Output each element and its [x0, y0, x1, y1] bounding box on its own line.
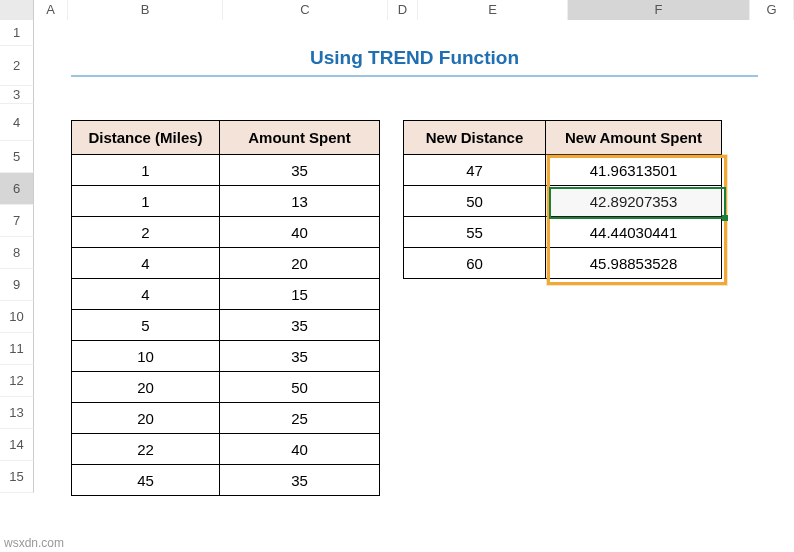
- grid-content[interactable]: Using TREND Function Distance (Miles) Am…: [34, 20, 794, 552]
- cell[interactable]: 2: [72, 217, 220, 248]
- select-all-corner[interactable]: [0, 0, 34, 20]
- cell[interactable]: 42.89207353: [546, 186, 722, 217]
- cell[interactable]: 25: [220, 403, 380, 434]
- table-distance-amount: Distance (Miles) Amount Spent 135 113 24…: [71, 120, 380, 496]
- cell[interactable]: 35: [220, 341, 380, 372]
- table-new-distance-amount: New Distance New Amount Spent 4741.96313…: [403, 120, 722, 279]
- title-underline: [71, 75, 758, 77]
- th-new-distance[interactable]: New Distance: [404, 121, 546, 155]
- cell[interactable]: 60: [404, 248, 546, 279]
- cell[interactable]: 20: [72, 372, 220, 403]
- table-row: 5544.44030441: [404, 217, 722, 248]
- cell[interactable]: 22: [72, 434, 220, 465]
- table-row: 2050: [72, 372, 380, 403]
- row-header-8[interactable]: 8: [0, 237, 34, 269]
- table-row: 2240: [72, 434, 380, 465]
- title-block: Using TREND Function: [71, 47, 758, 77]
- table-header-row: New Distance New Amount Spent: [404, 121, 722, 155]
- row-header-15[interactable]: 15: [0, 461, 34, 493]
- cell[interactable]: 40: [220, 434, 380, 465]
- cell[interactable]: 50: [404, 186, 546, 217]
- table-row: 415: [72, 279, 380, 310]
- th-distance[interactable]: Distance (Miles): [72, 121, 220, 155]
- col-header-G[interactable]: G: [750, 0, 794, 20]
- row-header-13[interactable]: 13: [0, 397, 34, 429]
- th-amount-spent[interactable]: Amount Spent: [220, 121, 380, 155]
- table-row: 5042.89207353: [404, 186, 722, 217]
- row-header-10[interactable]: 10: [0, 301, 34, 333]
- watermark: wsxdn.com: [4, 536, 64, 550]
- table-row: 535: [72, 310, 380, 341]
- row-header-6[interactable]: 6: [0, 173, 34, 205]
- cell[interactable]: 47: [404, 155, 546, 186]
- row-headers: 1 2 3 4 5 6 7 8 9 10 11 12 13 14 15: [0, 20, 34, 493]
- table-header-row: Distance (Miles) Amount Spent: [72, 121, 380, 155]
- table-row: 6045.98853528: [404, 248, 722, 279]
- col-header-E[interactable]: E: [418, 0, 568, 20]
- row-header-9[interactable]: 9: [0, 269, 34, 301]
- cell[interactable]: 44.44030441: [546, 217, 722, 248]
- table-row: 2025: [72, 403, 380, 434]
- row-header-12[interactable]: 12: [0, 365, 34, 397]
- row-header-11[interactable]: 11: [0, 333, 34, 365]
- col-header-D[interactable]: D: [388, 0, 418, 20]
- cell[interactable]: 45.98853528: [546, 248, 722, 279]
- cell[interactable]: 55: [404, 217, 546, 248]
- col-header-B[interactable]: B: [68, 0, 223, 20]
- row-header-14[interactable]: 14: [0, 429, 34, 461]
- row-header-7[interactable]: 7: [0, 205, 34, 237]
- table-row: 135: [72, 155, 380, 186]
- cell[interactable]: 20: [220, 248, 380, 279]
- row-header-3[interactable]: 3: [0, 86, 34, 104]
- cell[interactable]: 4: [72, 279, 220, 310]
- cell[interactable]: 40: [220, 217, 380, 248]
- cell[interactable]: 50: [220, 372, 380, 403]
- cell[interactable]: 13: [220, 186, 380, 217]
- table-row: 4741.96313501: [404, 155, 722, 186]
- cell[interactable]: 35: [220, 310, 380, 341]
- cell[interactable]: 20: [72, 403, 220, 434]
- cell[interactable]: 35: [220, 465, 380, 496]
- cell[interactable]: 15: [220, 279, 380, 310]
- page-title: Using TREND Function: [71, 47, 758, 69]
- row-header-1[interactable]: 1: [0, 20, 34, 46]
- cell[interactable]: 1: [72, 186, 220, 217]
- table-row: 113: [72, 186, 380, 217]
- col-header-A[interactable]: A: [34, 0, 68, 20]
- row-header-2[interactable]: 2: [0, 46, 34, 86]
- cell[interactable]: 1: [72, 155, 220, 186]
- table-row: 4535: [72, 465, 380, 496]
- table-row: 240: [72, 217, 380, 248]
- col-header-F[interactable]: F: [568, 0, 750, 20]
- cell[interactable]: 10: [72, 341, 220, 372]
- table-row: 1035: [72, 341, 380, 372]
- spreadsheet: A B C D E F G 1 2 3 4 5 6 7 8 9 10 11 12…: [0, 0, 794, 552]
- cell[interactable]: 35: [220, 155, 380, 186]
- th-new-amount-spent[interactable]: New Amount Spent: [546, 121, 722, 155]
- row-header-5[interactable]: 5: [0, 141, 34, 173]
- cell[interactable]: 45: [72, 465, 220, 496]
- column-headers: A B C D E F G: [0, 0, 794, 20]
- row-header-4[interactable]: 4: [0, 104, 34, 141]
- cell[interactable]: 41.96313501: [546, 155, 722, 186]
- cell[interactable]: 4: [72, 248, 220, 279]
- fill-handle[interactable]: [722, 215, 728, 221]
- col-header-C[interactable]: C: [223, 0, 388, 20]
- table-row: 420: [72, 248, 380, 279]
- cell[interactable]: 5: [72, 310, 220, 341]
